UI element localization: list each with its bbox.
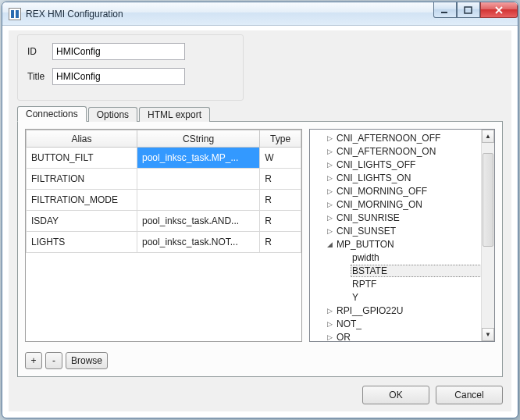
tab-html-export[interactable]: HTML export xyxy=(139,107,210,122)
table-row[interactable]: BUTTON_FILTW xyxy=(27,148,301,169)
tree-node[interactable]: ▷CNI_SUNSET xyxy=(310,224,494,237)
expand-icon[interactable]: ◢ xyxy=(324,240,335,248)
tree-node-label: CNI_SUNRISE xyxy=(335,212,401,223)
tree-node-label: NOT_ xyxy=(335,319,363,329)
cell-alias[interactable]: LIGHTS xyxy=(27,232,137,253)
expand-icon[interactable]: ▷ xyxy=(324,174,335,182)
cell-cstring[interactable] xyxy=(137,190,260,211)
tree-node-label: CNI_LIGHTS_OFF xyxy=(335,159,417,170)
tree-node-label: CNI_AFTERNOON_ON xyxy=(335,146,437,157)
col-header-type[interactable]: Type xyxy=(260,130,301,148)
cell-type[interactable]: W xyxy=(260,148,301,169)
expand-icon[interactable]: ▷ xyxy=(324,187,335,195)
svg-rect-1 xyxy=(465,7,472,13)
expand-icon[interactable]: ▷ xyxy=(324,227,335,235)
expand-icon[interactable]: ▷ xyxy=(324,148,335,155)
window-title: REX HMI Configuration xyxy=(26,9,123,20)
id-label: ID xyxy=(27,46,52,57)
tree-view[interactable]: ▷CNI_AFTERNOON_OFF▷CNI_AFTERNOON_ON▷CNI_… xyxy=(309,129,495,342)
title-label: Title xyxy=(27,71,52,82)
dialog-window: REX HMI Configuration ID Title Connectio… xyxy=(2,2,518,418)
tree-node-label: CNI_SUNSET xyxy=(335,226,397,237)
table-row[interactable]: FILTRATION_MODER xyxy=(27,190,301,211)
tree-node[interactable]: ▷OR_ xyxy=(310,330,494,342)
svg-rect-0 xyxy=(441,12,447,13)
tree-node-label: CNI_LIGHTS_ON xyxy=(335,173,412,183)
tree-node[interactable]: RPTF xyxy=(310,277,494,290)
minimize-button[interactable] xyxy=(433,2,457,18)
dialog-content: ID Title Connections Options HTML export… xyxy=(9,30,511,411)
cstring-edit-input[interactable] xyxy=(138,148,258,167)
tree-node-label: Y xyxy=(351,292,360,303)
cell-type[interactable]: R xyxy=(260,232,301,253)
cell-cstring[interactable]: pool_inksc_task.AND... xyxy=(137,211,260,232)
tree-node-label: OR_ xyxy=(335,332,358,343)
cancel-button[interactable]: Cancel xyxy=(436,386,503,404)
cell-alias[interactable]: FILTRATION xyxy=(27,169,137,190)
tree-node[interactable]: pwidth xyxy=(310,251,494,264)
tree-node-label: MP_BUTTON xyxy=(335,239,396,250)
scroll-down-icon[interactable]: ▼ xyxy=(482,328,494,341)
expand-icon[interactable]: ▷ xyxy=(324,214,335,222)
tab-options[interactable]: Options xyxy=(88,107,137,122)
expand-icon[interactable]: ▷ xyxy=(324,307,335,315)
cell-alias[interactable]: BUTTON_FILT xyxy=(27,148,137,169)
tree-scrollbar[interactable]: ▲ ▼ xyxy=(481,130,494,341)
expand-icon[interactable]: ▷ xyxy=(324,201,335,208)
id-field[interactable] xyxy=(52,43,185,60)
table-row[interactable]: LIGHTSpool_inksc_task.NOT...R xyxy=(27,232,301,253)
connections-grid[interactable]: Alias CString Type BUTTON_FILTWFILTRATIO… xyxy=(25,129,302,342)
tab-connections[interactable]: Connections xyxy=(17,106,87,122)
tree-node[interactable]: BSTATE xyxy=(310,264,494,277)
cell-cstring[interactable]: pool_inksc_task.NOT... xyxy=(137,232,260,253)
tree-node-label: BSTATE xyxy=(351,265,490,277)
cell-type[interactable]: R xyxy=(260,169,301,190)
tree-node[interactable]: ▷CNI_LIGHTS_ON xyxy=(310,171,494,184)
title-field[interactable] xyxy=(52,68,185,85)
cell-alias[interactable]: ISDAY xyxy=(27,211,137,232)
scroll-up-icon[interactable]: ▲ xyxy=(482,130,494,143)
app-icon xyxy=(9,8,21,20)
table-row[interactable]: ISDAYpool_inksc_task.AND...R xyxy=(27,211,301,232)
scroll-thumb[interactable] xyxy=(483,153,493,247)
tree-node-label: CNI_MORNING_OFF xyxy=(335,186,429,197)
col-header-cstring[interactable]: CString xyxy=(137,130,260,148)
tree-node[interactable]: ▷RPI__GPIO22U xyxy=(310,304,494,317)
table-row[interactable]: FILTRATIONR xyxy=(27,169,301,190)
header-group: ID Title xyxy=(17,34,244,101)
tree-node-label: pwidth xyxy=(351,252,381,263)
remove-button[interactable]: - xyxy=(45,352,62,369)
tree-node[interactable]: ▷CNI_MORNING_ON xyxy=(310,198,494,211)
col-header-alias[interactable]: Alias xyxy=(27,130,137,148)
cell-type[interactable]: R xyxy=(260,211,301,232)
tree-node-label: CNI_MORNING_ON xyxy=(335,199,424,210)
expand-icon[interactable]: ▷ xyxy=(324,134,335,142)
tree-node[interactable]: ▷CNI_MORNING_OFF xyxy=(310,184,494,198)
tree-node[interactable]: ▷CNI_AFTERNOON_OFF xyxy=(310,131,494,144)
cell-cstring[interactable] xyxy=(137,169,260,190)
tabstrip: Connections Options HTML export xyxy=(17,106,212,122)
ok-button[interactable]: OK xyxy=(362,386,429,404)
expand-icon[interactable]: ▷ xyxy=(324,161,335,169)
tree-node[interactable]: ▷NOT_ xyxy=(310,317,494,330)
tab-panel: Alias CString Type BUTTON_FILTWFILTRATIO… xyxy=(17,121,503,377)
expand-icon[interactable]: ▷ xyxy=(324,320,335,328)
cell-type[interactable]: R xyxy=(260,190,301,211)
tree-node[interactable]: ◢MP_BUTTON xyxy=(310,237,494,251)
add-button[interactable]: + xyxy=(25,352,42,369)
cell-alias[interactable]: FILTRATION_MODE xyxy=(27,190,137,211)
tree-node[interactable]: ▷CNI_LIGHTS_OFF xyxy=(310,158,494,171)
cell-cstring[interactable] xyxy=(137,148,260,169)
close-button[interactable] xyxy=(480,2,518,18)
maximize-button[interactable] xyxy=(457,2,480,18)
titlebar[interactable]: REX HMI Configuration xyxy=(2,2,518,26)
browse-button[interactable]: Browse xyxy=(66,352,108,369)
expand-icon[interactable]: ▷ xyxy=(324,333,335,341)
tree-node[interactable]: ▷CNI_AFTERNOON_ON xyxy=(310,144,494,158)
tree-node[interactable]: Y xyxy=(310,290,494,304)
tree-node-label: CNI_AFTERNOON_OFF xyxy=(335,133,442,144)
tree-node-label: RPI__GPIO22U xyxy=(335,305,404,316)
tree-node-label: RPTF xyxy=(351,279,378,290)
tree-node[interactable]: ▷CNI_SUNRISE xyxy=(310,211,494,224)
